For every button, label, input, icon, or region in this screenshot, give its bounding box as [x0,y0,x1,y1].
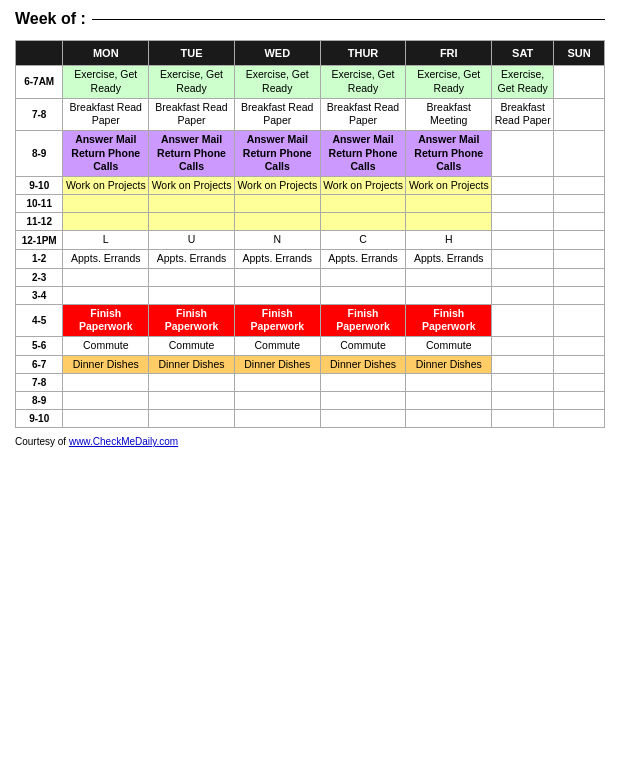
schedule-cell[interactable] [149,195,235,213]
schedule-cell[interactable] [492,250,554,269]
schedule-cell[interactable]: C [320,231,406,250]
schedule-cell[interactable] [149,268,235,286]
schedule-cell[interactable] [406,392,492,410]
schedule-cell[interactable] [320,268,406,286]
schedule-cell[interactable] [406,213,492,231]
schedule-cell[interactable] [63,195,149,213]
schedule-cell[interactable] [63,374,149,392]
schedule-cell[interactable]: Dinner Dishes [234,355,320,374]
schedule-cell[interactable] [406,268,492,286]
schedule-cell[interactable] [63,213,149,231]
schedule-cell[interactable] [63,286,149,304]
schedule-cell[interactable] [554,250,605,269]
schedule-cell[interactable]: Exercise, Get Ready [63,66,149,98]
schedule-cell[interactable] [554,213,605,231]
schedule-cell[interactable] [320,195,406,213]
schedule-cell[interactable]: Dinner Dishes [406,355,492,374]
schedule-cell[interactable]: Finish Paperwork [63,304,149,336]
schedule-cell[interactable] [554,392,605,410]
schedule-cell[interactable] [234,374,320,392]
schedule-cell[interactable]: Breakfast Read Paper [149,98,235,130]
schedule-cell[interactable] [406,195,492,213]
schedule-cell[interactable] [492,176,554,195]
schedule-cell[interactable]: Answer Mail Return Phone Calls [234,130,320,176]
schedule-cell[interactable] [492,304,554,336]
schedule-cell[interactable]: Finish Paperwork [320,304,406,336]
schedule-cell[interactable] [149,286,235,304]
schedule-cell[interactable] [149,410,235,428]
schedule-cell[interactable]: Work on Projects [149,176,235,195]
schedule-cell[interactable] [554,231,605,250]
schedule-cell[interactable]: Finish Paperwork [406,304,492,336]
schedule-cell[interactable]: Appts. Errands [149,250,235,269]
schedule-cell[interactable] [554,98,605,130]
schedule-cell[interactable]: Finish Paperwork [149,304,235,336]
schedule-cell[interactable] [554,195,605,213]
schedule-cell[interactable]: H [406,231,492,250]
schedule-cell[interactable] [492,268,554,286]
schedule-cell[interactable]: Work on Projects [63,176,149,195]
schedule-cell[interactable] [63,268,149,286]
schedule-cell[interactable] [320,410,406,428]
schedule-cell[interactable]: Exercise, Get Ready [149,66,235,98]
schedule-cell[interactable] [554,355,605,374]
schedule-cell[interactable] [320,392,406,410]
schedule-cell[interactable] [492,195,554,213]
schedule-cell[interactable] [320,213,406,231]
schedule-cell[interactable] [234,213,320,231]
schedule-cell[interactable] [554,268,605,286]
schedule-cell[interactable] [320,374,406,392]
schedule-cell[interactable]: Commute [406,336,492,355]
schedule-cell[interactable]: Appts. Errands [320,250,406,269]
schedule-cell[interactable] [554,176,605,195]
schedule-cell[interactable]: Breakfast Read Paper [63,98,149,130]
schedule-cell[interactable] [320,286,406,304]
schedule-cell[interactable]: Work on Projects [320,176,406,195]
schedule-cell[interactable] [406,374,492,392]
schedule-cell[interactable] [492,286,554,304]
schedule-cell[interactable]: Breakfast Meeting [406,98,492,130]
schedule-cell[interactable]: Answer Mail Return Phone Calls [406,130,492,176]
schedule-cell[interactable]: Commute [149,336,235,355]
schedule-cell[interactable]: Commute [234,336,320,355]
schedule-cell[interactable]: Finish Paperwork [234,304,320,336]
schedule-cell[interactable] [492,392,554,410]
schedule-cell[interactable]: Appts. Errands [406,250,492,269]
schedule-cell[interactable] [554,374,605,392]
schedule-cell[interactable]: Work on Projects [406,176,492,195]
schedule-cell[interactable]: U [149,231,235,250]
schedule-cell[interactable] [234,268,320,286]
schedule-cell[interactable]: Work on Projects [234,176,320,195]
schedule-cell[interactable] [492,374,554,392]
schedule-cell[interactable]: Commute [63,336,149,355]
schedule-cell[interactable]: Dinner Dishes [63,355,149,374]
schedule-cell[interactable]: Answer Mail Return Phone Calls [320,130,406,176]
schedule-cell[interactable] [234,195,320,213]
schedule-cell[interactable]: Breakfast Read Paper [234,98,320,130]
schedule-cell[interactable] [63,392,149,410]
schedule-cell[interactable]: Answer Mail Return Phone Calls [149,130,235,176]
schedule-cell[interactable] [406,410,492,428]
schedule-cell[interactable]: Exercise, Get Ready [406,66,492,98]
schedule-cell[interactable] [554,336,605,355]
schedule-cell[interactable] [406,286,492,304]
schedule-cell[interactable] [492,231,554,250]
footer-link[interactable]: www.CheckMeDaily.com [69,436,178,447]
schedule-cell[interactable] [234,392,320,410]
schedule-cell[interactable]: Exercise, Get Ready [234,66,320,98]
schedule-cell[interactable] [492,130,554,176]
schedule-cell[interactable] [63,410,149,428]
schedule-cell[interactable] [554,304,605,336]
schedule-cell[interactable] [554,286,605,304]
schedule-cell[interactable] [234,286,320,304]
schedule-cell[interactable]: L [63,231,149,250]
schedule-cell[interactable] [492,410,554,428]
schedule-cell[interactable] [554,66,605,98]
schedule-cell[interactable]: Answer Mail Return Phone Calls [63,130,149,176]
schedule-cell[interactable] [234,410,320,428]
schedule-cell[interactable]: Commute [320,336,406,355]
schedule-cell[interactable]: Dinner Dishes [149,355,235,374]
schedule-cell[interactable] [492,355,554,374]
schedule-cell[interactable] [554,410,605,428]
schedule-cell[interactable]: Exercise, Get Ready [492,66,554,98]
